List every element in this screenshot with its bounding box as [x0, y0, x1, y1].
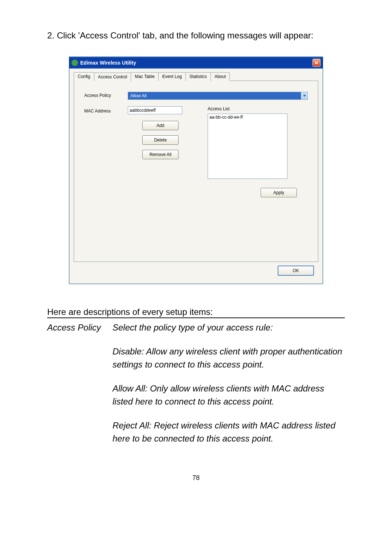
chevron-down-icon [301, 92, 307, 99]
close-button[interactable]: ✕ [313, 59, 320, 67]
mac-section: MAC Address Add Delete Remove All Access… [84, 106, 308, 197]
apply-wrap: Apply [208, 188, 308, 197]
titlebar: Edimax Wireless Utility ✕ [69, 57, 323, 69]
delete-button[interactable]: Delete [142, 135, 179, 145]
desc-label: Access Policy [47, 321, 113, 334]
remove-all-button[interactable]: Remove All [142, 150, 179, 159]
access-policy-label: Access Policy [84, 92, 128, 98]
ok-button[interactable]: OK [278, 266, 314, 276]
page-number: 78 [47, 474, 345, 482]
tab-strip: Config Access Control Mac Table Event Lo… [74, 72, 318, 81]
dropdown-selected: Allow All [128, 92, 301, 99]
desc-para-allow: Allow All: Only allow wireless clients w… [113, 382, 345, 408]
mac-address-row: MAC Address [84, 106, 193, 114]
mac-address-label: MAC Address [84, 107, 128, 114]
dialog-footer: OK [74, 262, 318, 279]
desc-para-disable: Disable: Allow any wireless client with … [113, 345, 345, 371]
right-col: Access List aa-bb-cc-dd-ee-ff Apply [193, 106, 308, 197]
desc-lead: Select the policy type of your access ru… [113, 321, 345, 334]
desc-intro: Here are descriptions of every setup ite… [47, 307, 213, 317]
description-row: Access Policy Select the policy type of … [47, 321, 345, 456]
desc-para-reject: Reject All: Reject wireless clients with… [113, 419, 345, 445]
access-policy-row: Access Policy Allow All [84, 92, 308, 100]
tab-statistics[interactable]: Statistics [185, 72, 211, 81]
intro-text: 2. Click 'Access Control' tab, and the f… [47, 29, 345, 42]
list-item[interactable]: aa-bb-cc-dd-ee-ff [209, 115, 286, 120]
access-list-label: Access List [208, 106, 308, 111]
tab-access-control[interactable]: Access Control [94, 73, 131, 81]
titlebar-text: Edimax Wireless Utility [80, 60, 136, 66]
add-button[interactable]: Add [142, 121, 179, 130]
tab-about[interactable]: About [211, 72, 230, 81]
tab-event-log[interactable]: Event Log [158, 72, 186, 81]
desc-body: Select the policy type of your access ru… [113, 321, 345, 456]
dialog-window: Edimax Wireless Utility ✕ Config Access … [69, 57, 323, 284]
close-icon: ✕ [314, 60, 319, 65]
apply-button[interactable]: Apply [261, 188, 297, 197]
left-col: MAC Address Add Delete Remove All [84, 106, 193, 164]
titlebar-left: Edimax Wireless Utility [72, 59, 136, 66]
dialog-body: Config Access Control Mac Table Event Lo… [69, 69, 323, 284]
access-policy-dropdown[interactable]: Allow All [128, 92, 308, 100]
tab-mac-table[interactable]: Mac Table [131, 72, 158, 81]
mac-address-input[interactable] [128, 106, 182, 114]
tab-config[interactable]: Config [74, 72, 94, 81]
tab-panel: Access Policy Allow All MAC Address Add [74, 81, 318, 262]
access-listbox[interactable]: aa-bb-cc-dd-ee-ff [208, 114, 287, 179]
app-icon [72, 59, 78, 66]
button-column: Add Delete Remove All [128, 121, 193, 159]
